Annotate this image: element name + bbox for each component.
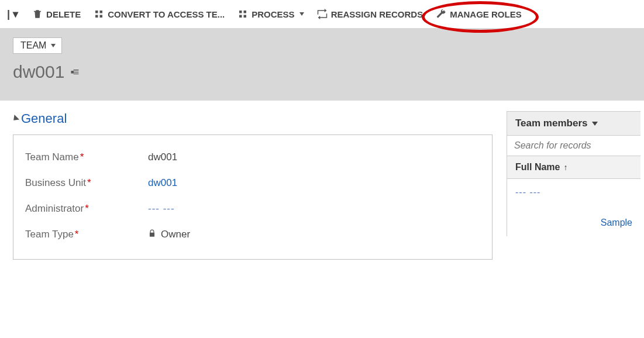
section-general[interactable]: General xyxy=(13,111,493,126)
convert-icon xyxy=(94,9,104,19)
chevron-down-icon xyxy=(299,12,304,16)
label-administrator: Administrator* xyxy=(25,203,148,215)
row-business-unit: Business Unit* dw001 xyxy=(25,170,480,196)
delete-button[interactable]: DELETE xyxy=(31,6,82,22)
process-label: PROCESS xyxy=(252,9,294,19)
entity-label: TEAM xyxy=(20,40,46,51)
team-members-grid: --- --- Sample xyxy=(507,179,640,236)
general-card: Team Name* dw001 Business Unit* dw001 Ad… xyxy=(13,134,493,260)
process-button[interactable]: PROCESS xyxy=(236,6,305,22)
search-input[interactable] xyxy=(514,140,633,151)
record-title: dw001 ▪≡ xyxy=(13,62,644,82)
col-full-name[interactable]: Full Name ↑ xyxy=(507,156,640,179)
team-members-title: Team members xyxy=(515,118,587,129)
reassign-label: REASSIGN RECORDS xyxy=(331,9,423,19)
sample-link[interactable]: Sample xyxy=(515,218,632,228)
label-team-name: Team Name* xyxy=(25,151,148,163)
value-team-type: Owner xyxy=(148,229,190,240)
record-list-icon[interactable]: ▪≡ xyxy=(70,66,78,78)
cmd-overflow-left[interactable]: | ▾ xyxy=(5,8,20,20)
section-general-label: General xyxy=(21,111,67,126)
value-business-unit[interactable]: dw001 xyxy=(148,177,177,189)
reassign-records-button[interactable]: REASSIGN RECORDS xyxy=(316,6,425,22)
manage-roles-label: MANAGE ROLES xyxy=(450,9,522,19)
chevron-down-icon xyxy=(51,44,56,47)
collapse-icon xyxy=(11,115,19,123)
chevron-down-icon xyxy=(592,122,598,126)
command-bar: | ▾ DELETE CONVERT TO ACCESS TE... PROCE… xyxy=(0,0,644,28)
trash-icon xyxy=(32,9,43,19)
form-body: General Team Name* dw001 Business Unit* … xyxy=(0,101,644,260)
delete-label: DELETE xyxy=(46,9,81,19)
reassign-icon xyxy=(317,9,328,19)
team-members-header[interactable]: Team members xyxy=(507,111,640,136)
convert-label: CONVERT TO ACCESS TE... xyxy=(108,9,225,19)
value-administrator[interactable]: --- --- xyxy=(148,203,175,215)
sort-asc-icon: ↑ xyxy=(563,163,567,172)
record-header: TEAM dw001 ▪≡ xyxy=(0,28,644,101)
main-column: General Team Name* dw001 Business Unit* … xyxy=(13,111,493,260)
convert-access-template-button[interactable]: CONVERT TO ACCESS TE... xyxy=(92,6,226,22)
value-team-name[interactable]: dw001 xyxy=(148,151,177,163)
col-full-name-label: Full Name xyxy=(515,162,560,173)
row-team-name: Team Name* dw001 xyxy=(25,144,480,170)
team-members-panel: Team members Full Name ↑ --- --- Sample xyxy=(507,111,640,260)
process-icon xyxy=(237,9,248,19)
entity-selector[interactable]: TEAM xyxy=(13,37,62,54)
row-team-type: Team Type* Owner xyxy=(25,222,480,247)
label-team-type: Team Type* xyxy=(25,229,148,240)
lock-icon xyxy=(148,229,156,240)
manage-roles-button[interactable]: MANAGE ROLES xyxy=(435,6,523,22)
row-administrator: Administrator* --- --- xyxy=(25,196,480,222)
team-members-search[interactable] xyxy=(507,136,640,156)
label-business-unit: Business Unit* xyxy=(25,177,148,189)
wrench-icon xyxy=(436,9,446,19)
grid-row-placeholder[interactable]: --- --- xyxy=(515,187,632,198)
record-title-text: dw001 xyxy=(13,62,64,82)
